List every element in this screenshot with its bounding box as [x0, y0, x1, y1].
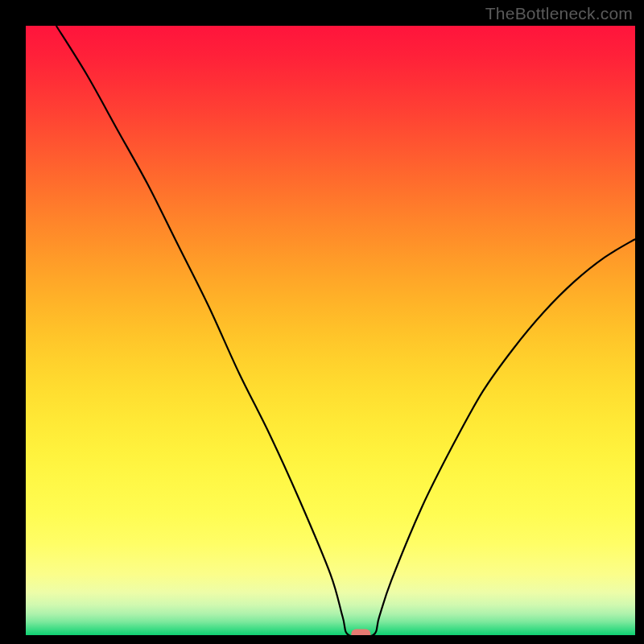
chart-svg [0, 0, 644, 644]
frame-right [635, 0, 644, 644]
frame-left [0, 0, 26, 644]
bottleneck-chart: TheBottleneck.com [0, 0, 644, 644]
plot-background [26, 26, 635, 635]
frame-bottom [0, 635, 644, 644]
watermark: TheBottleneck.com [485, 4, 633, 23]
